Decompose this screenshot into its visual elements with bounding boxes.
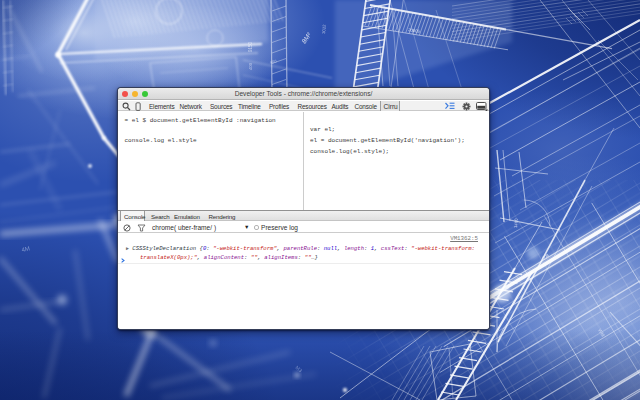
svg-text:9150: 9150 — [248, 41, 253, 52]
svg-text:400: 400 — [248, 62, 253, 70]
svg-text:3022: 3022 — [321, 24, 327, 34]
svg-text:1400: 1400 — [513, 218, 519, 228]
